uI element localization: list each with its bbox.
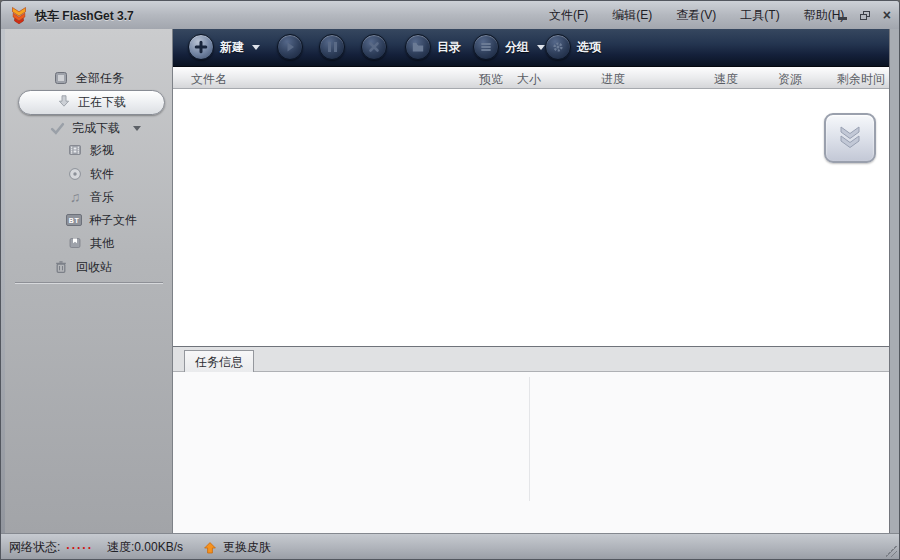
column-speed[interactable]: 速度	[714, 71, 738, 88]
main-toolbar: 新建 目录 分组	[173, 29, 889, 67]
minimize-icon[interactable]	[838, 17, 847, 20]
pause-button[interactable]	[319, 34, 345, 60]
sidebar-divider	[15, 282, 163, 284]
options-label: 选项	[577, 39, 601, 56]
column-filename[interactable]: 文件名	[191, 71, 227, 88]
flashget-window: 快车 FlashGet 3.7 文件(F) 编辑(E) 查看(V) 工具(T) …	[0, 0, 900, 560]
column-resources[interactable]: 资源	[778, 71, 802, 88]
group-button[interactable]: 分组	[473, 34, 545, 60]
play-icon	[277, 34, 303, 60]
sidebar-item-completed[interactable]: 完成下载	[49, 119, 141, 137]
status-bar: 网络状态: ..... 速度:0.00KB/s 更换皮肤	[1, 533, 900, 560]
network-status-label: 网络状态:	[9, 539, 60, 556]
new-task-button[interactable]: 新建	[188, 34, 260, 60]
sidebar-item-label: 正在下载	[78, 94, 126, 111]
menu-file[interactable]: 文件(F)	[541, 4, 596, 27]
column-progress[interactable]: 进度	[601, 71, 625, 88]
sidebar-item-movies[interactable]: 影视	[67, 141, 114, 159]
menu-edit[interactable]: 编辑(E)	[604, 4, 660, 27]
group-label: 分组	[505, 39, 529, 56]
menu-bar: 文件(F) 编辑(E) 查看(V) 工具(T) 帮助(H)	[541, 1, 852, 29]
plus-icon	[188, 34, 214, 60]
chevron-down-icon[interactable]	[133, 126, 141, 131]
delete-button[interactable]	[361, 34, 387, 60]
speed-text: 速度:0.00KB/s	[107, 539, 183, 556]
sidebar-item-recycle-bin[interactable]: 回收站	[53, 258, 112, 276]
sidebar-item-software[interactable]: 软件	[67, 165, 114, 183]
column-size[interactable]: 大小	[517, 71, 541, 88]
task-info-panel	[173, 372, 889, 533]
double-down-chevron-icon	[835, 124, 865, 152]
chevron-down-icon[interactable]	[537, 45, 545, 50]
film-icon	[67, 142, 83, 158]
sidebar-item-downloading[interactable]: 正在下载	[18, 90, 165, 115]
skin-arrow-icon	[203, 541, 217, 555]
sidebar-item-label: 软件	[90, 166, 114, 183]
all-tasks-icon	[53, 70, 69, 86]
sidebar-item-label: 回收站	[76, 259, 112, 276]
x-icon	[361, 34, 387, 60]
category-sidebar: 全部任务 正在下载 完成下载 影视 软件	[5, 29, 173, 533]
sidebar-item-label: 全部任务	[76, 70, 124, 87]
sidebar-item-other[interactable]: 其他	[67, 234, 114, 252]
window-title: 快车 FlashGet 3.7	[35, 8, 134, 25]
panel-splitter[interactable]	[529, 377, 530, 501]
sidebar-item-all-tasks[interactable]: 全部任务	[53, 69, 124, 87]
menu-tools[interactable]: 工具(T)	[732, 4, 787, 27]
column-preview[interactable]: 预览	[479, 71, 503, 88]
directory-button[interactable]: 目录	[405, 34, 461, 60]
music-note-icon: ♫	[67, 189, 83, 205]
directory-label: 目录	[437, 39, 461, 56]
resize-grip[interactable]	[885, 545, 897, 557]
bottom-tab-strip: 任务信息	[173, 346, 889, 372]
window-right-border	[889, 29, 900, 533]
sidebar-item-label: 音乐	[90, 189, 114, 206]
disc-icon	[67, 166, 83, 182]
sidebar-item-label: 其他	[90, 235, 114, 252]
sidebar-item-label: 影视	[90, 142, 114, 159]
task-list-area[interactable]	[173, 89, 889, 346]
list-lines-icon	[473, 34, 499, 60]
download-arrow-icon	[57, 94, 71, 111]
task-list-header: 文件名 预览 大小 进度 速度 资源 剩余时间	[173, 67, 889, 89]
pause-icon	[319, 34, 345, 60]
sidebar-item-label: 完成下载	[72, 120, 120, 137]
check-icon	[49, 120, 65, 136]
window-controls: ×	[838, 1, 891, 29]
menu-view[interactable]: 查看(V)	[668, 4, 724, 27]
tab-task-info[interactable]: 任务信息	[184, 350, 254, 373]
sidebar-item-torrents[interactable]: BT 种子文件	[66, 211, 137, 229]
new-task-label: 新建	[220, 39, 244, 56]
title-bar[interactable]: 快车 FlashGet 3.7 文件(F) 编辑(E) 查看(V) 工具(T) …	[1, 1, 900, 29]
gear-icon	[545, 34, 571, 60]
flashget-logo-icon	[9, 5, 29, 25]
options-button[interactable]: 选项	[545, 34, 601, 60]
drop-zone-button[interactable]	[824, 113, 876, 163]
sidebar-item-music[interactable]: ♫ 音乐	[67, 188, 114, 206]
folder-icon	[405, 34, 431, 60]
close-icon[interactable]: ×	[883, 8, 891, 22]
chevron-down-icon[interactable]	[252, 45, 260, 50]
start-button[interactable]	[277, 34, 303, 60]
trash-icon	[53, 259, 69, 275]
other-icon	[67, 235, 83, 251]
change-skin-link[interactable]: 更换皮肤	[223, 539, 271, 556]
restore-icon[interactable]	[860, 11, 870, 20]
column-remaining-time[interactable]: 剩余时间	[837, 71, 885, 88]
sidebar-item-label: 种子文件	[89, 212, 137, 229]
bt-folder-icon: BT	[66, 212, 82, 228]
